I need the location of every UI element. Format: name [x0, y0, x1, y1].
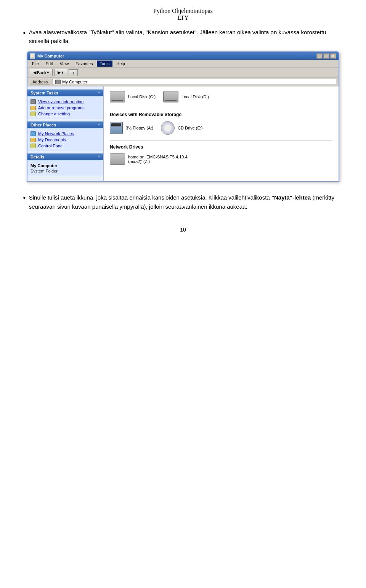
system-tasks-header[interactable]: System Tasks ⌃: [27, 89, 103, 96]
address-bar: Address My Computer: [27, 78, 339, 86]
details-subtitle: System Folder: [30, 169, 100, 173]
content-area: System Tasks ⌃ View system information A…: [27, 86, 339, 181]
drive-z[interactable]: home on 'EMC-SNAS:T5.4.19.4(maa2)' (Z:): [110, 153, 188, 165]
back-button[interactable]: ◀ Back ▾: [30, 69, 53, 76]
address-computer-icon: [55, 80, 61, 84]
my-network-label: My Network Places: [38, 131, 74, 136]
forward-dropdown-icon: ▾: [61, 70, 64, 75]
menu-bar: File Edit View Favorites Tools Help: [27, 60, 339, 68]
control-panel-label: Control Panel: [38, 144, 64, 148]
back-dropdown-icon: ▾: [47, 70, 49, 75]
divider-2: [110, 140, 332, 141]
cd-label: CD Drive (E:): [178, 126, 202, 130]
details-header[interactable]: Details ⌃: [27, 153, 103, 160]
title-bar-text: My Computer: [37, 54, 314, 58]
my-documents-icon: [30, 138, 36, 142]
change-setting-label: Change a setting: [38, 112, 70, 116]
sidebar-link-view-info[interactable]: View system information: [30, 99, 100, 105]
sidebar-section-other-places: Other Places ⌃ My Network Places My Docu…: [27, 121, 103, 151]
sidebar-section-details: Details ⌃ My Computer System Folder: [27, 153, 103, 176]
bottom-bullet-dot: •: [23, 193, 26, 203]
title-bar: 🖥 My Computer _ □ ✕: [27, 52, 339, 60]
page-number: 10: [23, 227, 343, 233]
drive-c[interactable]: Local Disk (C:): [110, 91, 156, 102]
explorer-window: 🖥 My Computer _ □ ✕ File Edit View Favor…: [27, 51, 339, 182]
menu-tools[interactable]: Tools: [97, 61, 113, 67]
hdd-d-icon: [163, 91, 178, 102]
drive-z-label: home on 'EMC-SNAS:T5.4.19.4(maa2)' (Z:): [128, 155, 188, 164]
sidebar-link-add-remove[interactable]: Add or remove programs: [30, 105, 100, 111]
system-tasks-chevron: ⌃: [97, 91, 100, 95]
bullet-dot-1: •: [23, 28, 26, 38]
sidebar-link-my-documents[interactable]: My Documents: [30, 137, 100, 143]
details-chevron: ⌃: [97, 155, 100, 159]
my-documents-label: My Documents: [38, 137, 66, 142]
forward-button[interactable]: ▶ ▾: [54, 69, 67, 76]
up-arrow-icon: ↑: [72, 70, 74, 75]
drive-d-label: Local Disk (D:): [181, 94, 209, 99]
minimize-button[interactable]: _: [316, 53, 323, 59]
control-panel-icon: [30, 144, 36, 148]
intro-para-1: Avaa alasvetovalikosta "Työkalut" alin v…: [29, 28, 343, 45]
menu-edit[interactable]: Edit: [43, 61, 56, 67]
add-remove-label: Add or remove programs: [38, 105, 85, 110]
other-places-header[interactable]: Other Places ⌃: [27, 121, 103, 128]
sidebar: System Tasks ⌃ View system information A…: [27, 86, 104, 181]
bottom-text-1: Sinulle tulisi aueta ikkuna, joka sisält…: [29, 194, 271, 201]
sidebar-link-control-panel[interactable]: Control Panel: [30, 143, 100, 149]
address-label: Address: [30, 79, 50, 85]
address-value: My Computer: [62, 80, 87, 84]
system-tasks-content: View system information Add or remove pr…: [27, 96, 103, 119]
drive-c-label: Local Disk (C:): [128, 94, 156, 99]
toolbar: ◀ Back ▾ ▶ ▾ ↑: [27, 68, 339, 78]
view-info-label: View system information: [38, 99, 83, 104]
other-places-label: Other Places: [30, 123, 56, 127]
page-title-line2: LTY: [23, 14, 343, 21]
intro-bullet-1: • Avaa alasvetovalikosta "Työkalut" alin…: [23, 28, 343, 45]
other-places-content: My Network Places My Documents Control P…: [27, 128, 103, 151]
cd-icon: [161, 121, 175, 135]
floppy-icon: [110, 122, 123, 134]
removable-drives-row: 3½ Floppy (A:) CD Drive (E:): [110, 121, 332, 135]
drive-d[interactable]: Local Disk (D:): [163, 91, 209, 102]
drive-floppy[interactable]: 3½ Floppy (A:): [110, 121, 153, 135]
bottom-text-bold: "Näytä"-lehteä: [271, 194, 311, 201]
sidebar-link-change-setting[interactable]: Change a setting: [30, 111, 100, 117]
drive-cd[interactable]: CD Drive (E:): [161, 121, 202, 135]
menu-help[interactable]: Help: [113, 61, 128, 67]
forward-arrow-icon: ▶: [58, 70, 61, 75]
sidebar-link-my-network[interactable]: My Network Places: [30, 131, 100, 137]
net-drive-icon: [110, 153, 125, 165]
details-label: Details: [30, 155, 44, 159]
back-arrow-icon: ◀: [33, 70, 36, 75]
sidebar-section-system-tasks: System Tasks ⌃ View system information A…: [27, 89, 103, 119]
page-title-line1: Python Ohjelmointiopas: [23, 8, 343, 14]
back-label: Back: [37, 70, 46, 75]
network-section-title: Network Drives: [110, 144, 332, 150]
menu-file[interactable]: File: [29, 61, 42, 67]
menu-favorites[interactable]: Favorites: [72, 61, 96, 67]
title-bar-icon: 🖥: [30, 53, 35, 59]
bottom-text: Sinulle tulisi aueta ikkuna, joka sisält…: [29, 193, 343, 211]
system-tasks-label: System Tasks: [30, 91, 58, 95]
network-drives-row: home on 'EMC-SNAS:T5.4.19.4(maa2)' (Z:): [110, 153, 332, 165]
address-field[interactable]: My Computer: [53, 79, 336, 85]
add-remove-icon: [30, 106, 36, 110]
details-content: My Computer System Folder: [27, 160, 103, 176]
main-content: Local Disk (C:) Local Disk (D:) Devices …: [104, 86, 339, 181]
hdd-c-icon: [110, 91, 125, 102]
up-button[interactable]: ↑: [69, 69, 78, 76]
details-title: My Computer: [30, 163, 100, 169]
change-setting-icon: [30, 112, 36, 116]
maximize-button[interactable]: □: [323, 53, 329, 59]
page-header: Python Ohjelmointiopas LTY: [23, 8, 343, 21]
hard-drives-row: Local Disk (C:) Local Disk (D:): [110, 91, 332, 102]
other-places-chevron: ⌃: [97, 123, 100, 127]
close-button[interactable]: ✕: [330, 53, 336, 59]
view-info-icon: [30, 99, 36, 104]
floppy-label: 3½ Floppy (A:): [126, 126, 153, 130]
menu-view[interactable]: View: [57, 61, 72, 67]
removable-section-title: Devices with Removable Storage: [110, 112, 332, 117]
bottom-bullet-section: • Sinulle tulisi aueta ikkuna, joka sisä…: [23, 193, 343, 211]
divider-1: [110, 108, 332, 108]
